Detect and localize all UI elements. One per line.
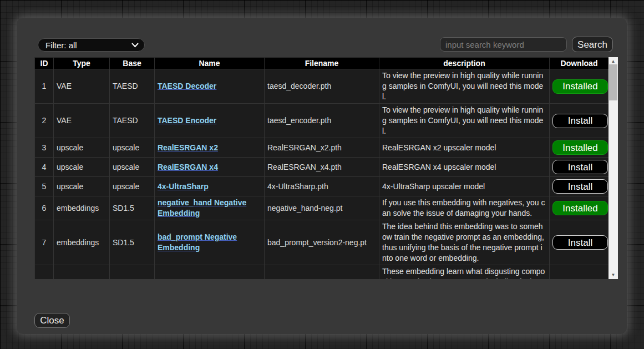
cell-description: The idea behind this embedding was to so… [379,220,550,265]
cell-id: 2 [35,104,54,138]
cell-base: upscale [110,177,155,196]
cell-name [155,265,265,280]
cell-id: 3 [35,138,54,158]
cell-download: Install [550,104,609,138]
models-table-body: 1 VAE TAESD TAESD Decoder taesd_decoder.… [35,69,609,280]
header-download: Download [550,58,609,69]
cell-id [35,265,54,280]
table-row: 2 VAE TAESD TAESD Encoder taesd_encoder.… [35,104,609,138]
cell-description: To view the preview in high quality whil… [379,104,550,138]
header-description: description [379,58,550,69]
header-name: Name [155,58,265,69]
download-button[interactable]: Installed [552,79,608,94]
cell-filename: taesd_decoder.pth [265,69,379,104]
table-row: 6 embeddings SD1.5 negative_hand Negativ… [35,196,609,220]
model-name-link[interactable]: bad_prompt Negative Embedding [158,232,237,252]
header-type: Type [54,58,110,69]
install-models-dialog: Filter: all Search ID Type Base Name Fil… [17,18,627,334]
cell-type: upscale [54,138,110,158]
cell-base: TAESD [110,69,155,104]
cell-filename: 4x-UltraSharp.pth [265,177,379,196]
download-button[interactable]: Installed [552,140,608,155]
cell-description: If you use this embedding with negatives… [379,196,550,220]
download-button[interactable]: Install [552,179,608,194]
cell-download [550,265,609,280]
cell-id: 5 [35,177,54,196]
cell-filename: taesd_encoder.pth [265,104,379,138]
cell-type [54,265,110,280]
header-filename: Filename [265,58,379,69]
table-row: 3 upscale upscale RealESRGAN x2 RealESRG… [35,138,609,158]
cell-description: These embedding learn what disgusting co… [379,265,550,280]
header-id: ID [35,58,54,69]
header-base: Base [110,58,155,69]
cell-description: RealESRGAN x4 upscaler model [379,158,550,177]
scroll-down-arrow-icon[interactable]: ▼ [608,271,618,279]
cell-filename: bad_prompt_version2-neg.pt [265,220,379,265]
cell-download: Install [550,177,609,196]
model-name-link[interactable]: 4x-UltraSharp [158,182,209,191]
chevron-down-icon [131,43,139,48]
cell-download: Install [550,158,609,177]
cell-filename [265,265,379,280]
download-button[interactable]: Install [552,235,608,250]
model-name-link[interactable]: TAESD Decoder [158,82,216,90]
table-row: 7 embeddings SD1.5 bad_prompt Negative E… [35,220,609,265]
cell-download: Installed [550,69,609,104]
filter-select-value: Filter: all [45,41,131,50]
model-name-link[interactable]: TAESD Encoder [158,116,216,125]
cell-name: RealESRGAN x4 [155,158,265,177]
cell-type: embeddings [54,196,110,220]
cell-id: 1 [35,69,54,104]
cell-base [110,265,155,280]
download-button[interactable]: Installed [552,201,608,215]
cell-base: upscale [110,138,155,158]
filter-select[interactable]: Filter: all [38,38,145,52]
close-button[interactable]: Close [34,313,70,328]
table-header-row: ID Type Base Name Filename description D… [35,58,609,69]
cell-type: upscale [54,158,110,177]
cell-type: upscale [54,177,110,196]
cell-download: Install [550,220,609,265]
cell-download: Installed [550,138,609,158]
cell-name: 4x-UltraSharp [155,177,265,196]
cell-filename: RealESRGAN_x4.pth [265,158,379,177]
model-name-link[interactable]: RealESRGAN x2 [158,143,218,152]
cell-filename: negative_hand-neg.pt [265,196,379,220]
cell-base: upscale [110,158,155,177]
table-scrollbar[interactable]: ▲ ▼ [608,57,618,279]
cell-id: 4 [35,158,54,177]
download-button[interactable]: Install [552,160,608,174]
table-row: These embedding learn what disgusting co… [35,265,609,280]
cell-base: TAESD [110,104,155,138]
cell-id: 6 [35,196,54,220]
cell-type: VAE [54,69,110,104]
cell-name: negative_hand Negative Embedding [155,196,265,220]
cell-name: TAESD Encoder [155,104,265,138]
cell-type: embeddings [54,220,110,265]
model-name-link[interactable]: RealESRGAN x4 [158,163,218,171]
cell-name: bad_prompt Negative Embedding [155,220,265,265]
cell-description: To view the preview in high quality whil… [379,69,550,104]
cell-name: RealESRGAN x2 [155,138,265,158]
cell-base: SD1.5 [110,196,155,220]
cell-description: 4x-UltraSharp upscaler model [379,177,550,196]
cell-type: VAE [54,104,110,138]
search-button[interactable]: Search [572,37,613,52]
search-input[interactable] [440,37,567,52]
scrollbar-thumb[interactable] [609,64,617,100]
table-row: 4 upscale upscale RealESRGAN x4 RealESRG… [35,158,609,177]
download-button[interactable]: Install [552,114,608,128]
cell-download: Installed [550,196,609,220]
cell-description: RealESRGAN x2 upscaler model [379,138,550,158]
model-name-link[interactable]: negative_hand Negative Embedding [158,198,246,218]
table-row: 1 VAE TAESD TAESD Decoder taesd_decoder.… [35,69,609,104]
cell-id: 7 [35,220,54,265]
cell-name: TAESD Decoder [155,69,265,104]
table-row: 5 upscale upscale 4x-UltraSharp 4x-Ultra… [35,177,609,196]
cell-filename: RealESRGAN_x2.pth [265,138,379,158]
models-table: ID Type Base Name Filename description D… [34,57,608,279]
cell-base: SD1.5 [110,220,155,265]
